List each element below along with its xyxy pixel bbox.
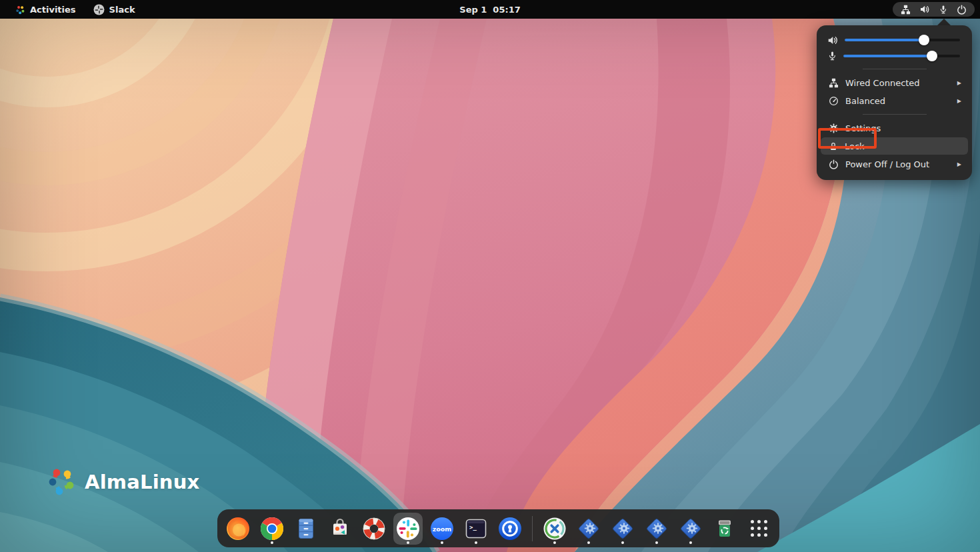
menu-item-power-off-log-out[interactable]: Power Off / Log Out ▶ bbox=[821, 155, 968, 173]
activities-label: Activities bbox=[30, 5, 76, 15]
dock-item-1password[interactable] bbox=[495, 513, 525, 545]
microphone-slider[interactable] bbox=[843, 55, 960, 57]
desktop-screen: Activities Slack Sep 1 05:17 bbox=[0, 0, 980, 552]
clock-date: Sep 1 bbox=[459, 5, 487, 15]
dock-item-citrix-workspace[interactable] bbox=[540, 513, 569, 545]
menu-item-label: Wired Connected bbox=[845, 78, 951, 88]
dock-separator bbox=[532, 516, 533, 541]
menu-item-label: Lock bbox=[845, 141, 963, 151]
dock-item-chrome[interactable] bbox=[257, 513, 287, 545]
running-indicator bbox=[689, 541, 692, 544]
running-indicator bbox=[655, 541, 658, 544]
1password-icon bbox=[497, 515, 523, 542]
almalinux-logo-icon bbox=[15, 5, 25, 15]
svg-text:>_: >_ bbox=[469, 524, 477, 531]
submenu-arrow-icon: ▶ bbox=[957, 80, 963, 86]
microphone-icon bbox=[827, 51, 837, 61]
power-icon bbox=[957, 5, 967, 15]
zoom-icon: zoom bbox=[429, 515, 455, 542]
network-wired-icon bbox=[901, 5, 911, 15]
focused-app-menu[interactable]: Slack bbox=[87, 2, 141, 17]
diamond-gear-app-icon bbox=[677, 515, 704, 542]
gear-icon bbox=[829, 123, 839, 133]
menu-item-wired-connected[interactable]: Wired Connected ▶ bbox=[821, 74, 968, 91]
menu-item-label: Balanced bbox=[845, 96, 951, 106]
diamond-gear-app-icon bbox=[643, 515, 670, 542]
dock-item-files[interactable] bbox=[291, 513, 321, 545]
menu-item-power-profile[interactable]: Balanced ▶ bbox=[821, 92, 968, 109]
trash-icon bbox=[711, 515, 738, 542]
dock-item-zoom[interactable]: zoom bbox=[427, 513, 457, 545]
diamond-gear-app-icon bbox=[609, 515, 636, 542]
volume-slider[interactable] bbox=[845, 39, 960, 41]
dock-item-terminal[interactable]: >_ bbox=[461, 513, 491, 545]
top-bar: Activities Slack Sep 1 05:17 bbox=[0, 0, 980, 19]
dock-item-trash[interactable] bbox=[710, 513, 739, 545]
running-indicator bbox=[587, 541, 590, 544]
volume-icon bbox=[919, 4, 930, 15]
almalinux-logo-icon bbox=[48, 467, 77, 497]
dock: zoom >_ bbox=[217, 509, 779, 547]
clock-button[interactable]: Sep 1 05:17 bbox=[453, 2, 527, 17]
dock-item-diamond-gear-app-1[interactable] bbox=[574, 513, 603, 545]
dock-item-diamond-gear-app-3[interactable] bbox=[642, 513, 671, 545]
menu-divider bbox=[863, 69, 927, 69]
slack-icon bbox=[395, 515, 421, 542]
svg-text:zoom: zoom bbox=[433, 525, 452, 532]
dock-item-diamond-gear-app-2[interactable] bbox=[608, 513, 637, 545]
running-indicator bbox=[407, 541, 409, 544]
slack-app-icon bbox=[93, 4, 105, 15]
menu-item-label: Settings bbox=[845, 123, 963, 133]
lock-icon bbox=[829, 141, 838, 151]
dock-item-software[interactable] bbox=[325, 513, 355, 545]
app-grid-icon bbox=[751, 520, 767, 537]
running-indicator bbox=[441, 541, 443, 544]
running-indicator bbox=[475, 541, 477, 544]
power-icon bbox=[829, 159, 839, 169]
system-tray-button[interactable] bbox=[893, 2, 975, 17]
running-indicator bbox=[271, 541, 273, 544]
running-indicator bbox=[553, 541, 556, 544]
menu-divider bbox=[863, 114, 927, 115]
microphone-slider-row bbox=[817, 48, 972, 64]
files-icon bbox=[293, 515, 319, 542]
software-icon bbox=[327, 515, 353, 542]
microphone-icon bbox=[939, 5, 948, 15]
dock-item-firefox[interactable] bbox=[223, 513, 253, 545]
submenu-arrow-icon: ▶ bbox=[957, 161, 963, 167]
menu-item-lock[interactable]: Lock bbox=[821, 137, 968, 155]
network-wired-icon bbox=[829, 78, 839, 88]
dock-item-diamond-gear-app-4[interactable] bbox=[676, 513, 705, 545]
power-profile-icon bbox=[829, 96, 839, 106]
firefox-icon bbox=[225, 515, 251, 542]
system-menu: Wired Connected ▶ Balanced ▶ bbox=[817, 25, 972, 180]
menu-item-label: Power Off / Log Out bbox=[845, 159, 951, 169]
dock-item-slack[interactable] bbox=[393, 513, 423, 545]
volume-slider-knob[interactable] bbox=[919, 35, 929, 45]
volume-slider-row bbox=[817, 32, 972, 48]
help-lifebuoy-icon bbox=[361, 515, 387, 542]
activities-button[interactable]: Activities bbox=[9, 2, 82, 17]
chrome-icon bbox=[259, 515, 285, 542]
terminal-icon: >_ bbox=[463, 515, 489, 542]
submenu-arrow-icon: ▶ bbox=[957, 98, 963, 104]
clock-time: 05:17 bbox=[493, 5, 520, 15]
citrix-workspace-icon bbox=[541, 515, 568, 542]
running-indicator bbox=[621, 541, 624, 544]
speaker-icon bbox=[827, 35, 839, 46]
brand-logo: AlmaLinux bbox=[48, 467, 199, 497]
dock-item-app-grid[interactable] bbox=[744, 513, 773, 545]
brand-logo-text: AlmaLinux bbox=[85, 471, 199, 493]
focused-app-label: Slack bbox=[109, 5, 135, 15]
microphone-slider-knob[interactable] bbox=[927, 51, 937, 61]
dock-item-help[interactable] bbox=[359, 513, 389, 545]
menu-item-settings[interactable]: Settings bbox=[821, 119, 968, 137]
diamond-gear-app-icon bbox=[575, 515, 602, 542]
